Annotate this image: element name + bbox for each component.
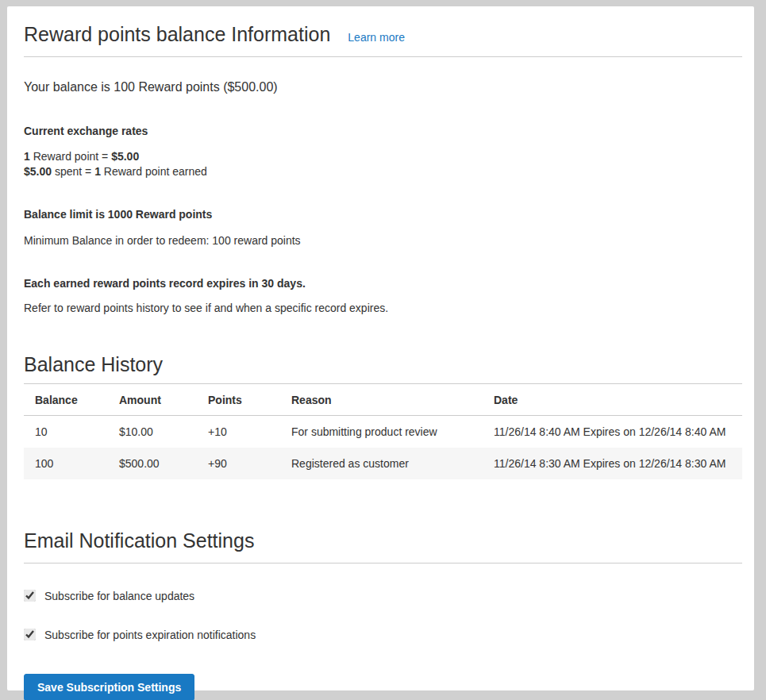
cell-points: +90 xyxy=(197,448,280,479)
table-header-row: Balance Amount Points Reason Date xyxy=(24,383,742,415)
subscribe-points-expiration-row[interactable]: Subscribe for points expiration notifica… xyxy=(24,629,742,641)
page-title: Reward points balance Information xyxy=(24,22,330,46)
balance-summary: Your balance is 100 Reward points ($500.… xyxy=(24,79,742,96)
cell-amount: $10.00 xyxy=(108,415,197,448)
subscribe-balance-updates-row[interactable]: Subscribe for balance updates xyxy=(24,590,742,602)
cell-date: 11/26/14 8:30 AM Expires on 12/26/14 8:3… xyxy=(483,448,742,479)
minimum-balance-note: Minimum Balance in order to redeem: 100 … xyxy=(24,233,742,248)
column-header-reason: Reason xyxy=(280,383,483,415)
spend-text: spent = xyxy=(52,165,94,178)
table-row: 100 $500.00 +90 Registered as customer 1… xyxy=(24,448,742,479)
exchange-rates-heading: Current exchange rates xyxy=(24,125,742,137)
reward-points-card: Reward points balance Information Learn … xyxy=(7,6,754,690)
cell-reason: For submitting product review xyxy=(280,415,483,448)
exchange-rate-points-value: 1 xyxy=(24,150,30,163)
learn-more-link[interactable]: Learn more xyxy=(348,31,405,44)
cell-balance: 100 xyxy=(24,448,108,479)
cell-balance: 10 xyxy=(24,415,108,448)
balance-limit-heading: Balance limit is 1000 Reward points xyxy=(24,208,742,221)
earned-text: Reward point earned xyxy=(101,165,207,178)
spend-currency-value: $5.00 xyxy=(24,165,52,178)
exchange-rate-text: Reward point = xyxy=(30,150,111,163)
column-header-date: Date xyxy=(483,383,742,415)
subscribe-balance-updates-label: Subscribe for balance updates xyxy=(44,590,194,602)
cell-date: 11/26/14 8:40 AM Expires on 12/26/14 8:4… xyxy=(483,415,742,448)
exchange-rate-line-2: $5.00 spent = 1 Reward point earned xyxy=(24,164,742,179)
expiration-note: Refer to reward points history to see if… xyxy=(24,301,742,316)
column-header-balance: Balance xyxy=(24,383,108,415)
exchange-rate-currency-value: $5.00 xyxy=(111,150,139,163)
email-notification-settings-heading: Email Notification Settings xyxy=(24,529,742,563)
expiration-heading: Each earned reward points record expires… xyxy=(24,277,742,290)
column-header-amount: Amount xyxy=(108,383,197,415)
table-row: 10 $10.00 +10 For submitting product rev… xyxy=(24,415,742,448)
earned-points-value: 1 xyxy=(94,165,101,178)
cell-points: +10 xyxy=(197,415,280,448)
balance-history-table: Balance Amount Points Reason Date 10 $10… xyxy=(24,383,742,479)
save-subscription-settings-button[interactable]: Save Subscription Settings xyxy=(24,674,194,700)
page-header: Reward points balance Information Learn … xyxy=(24,22,742,57)
cell-reason: Registered as customer xyxy=(280,448,483,479)
subscribe-points-expiration-label: Subscribe for points expiration notifica… xyxy=(44,629,256,641)
balance-history-heading: Balance History xyxy=(24,352,742,376)
subscribe-balance-updates-checkbox[interactable] xyxy=(24,590,36,602)
column-header-points: Points xyxy=(197,383,280,415)
cell-amount: $500.00 xyxy=(108,448,197,479)
exchange-rate-line-1: 1 Reward point = $5.00 xyxy=(24,149,742,164)
subscribe-points-expiration-checkbox[interactable] xyxy=(24,629,36,640)
